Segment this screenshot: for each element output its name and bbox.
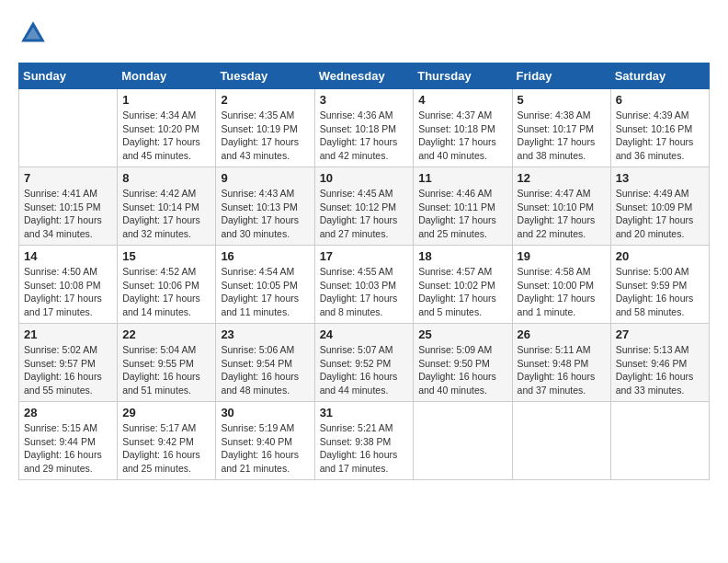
calendar-week-row: 14Sunrise: 4:50 AM Sunset: 10:08 PM Dayl… [19,246,710,324]
calendar-cell: 13Sunrise: 4:49 AM Sunset: 10:09 PM Dayl… [610,167,709,246]
day-number: 28 [24,406,112,419]
day-number: 21 [24,327,112,341]
day-info: Sunrise: 4:55 AM Sunset: 10:03 PM Daylig… [320,265,409,319]
column-header-tuesday: Tuesday [216,63,314,89]
day-info: Sunrise: 4:46 AM Sunset: 10:11 PM Daylig… [418,187,506,241]
calendar-cell [610,402,709,480]
calendar-cell: 6Sunrise: 4:39 AM Sunset: 10:16 PM Dayli… [610,89,709,167]
day-number: 11 [418,171,506,185]
day-info: Sunrise: 5:06 AM Sunset: 9:54 PM Dayligh… [221,343,309,397]
calendar-week-row: 21Sunrise: 5:02 AM Sunset: 9:57 PM Dayli… [19,324,710,402]
day-number: 25 [418,327,506,341]
day-number: 24 [320,327,409,341]
day-number: 3 [320,93,409,107]
calendar-cell: 31Sunrise: 5:21 AM Sunset: 9:38 PM Dayli… [314,402,414,480]
calendar-cell: 29Sunrise: 5:17 AM Sunset: 9:42 PM Dayli… [118,402,216,480]
day-number: 1 [122,93,210,107]
calendar-cell: 26Sunrise: 5:11 AM Sunset: 9:48 PM Dayli… [512,324,610,402]
day-info: Sunrise: 5:21 AM Sunset: 9:38 PM Dayligh… [320,421,409,476]
column-header-sunday: Sunday [19,63,118,89]
calendar-cell: 12Sunrise: 4:47 AM Sunset: 10:10 PM Dayl… [512,167,610,246]
calendar-cell: 19Sunrise: 4:58 AM Sunset: 10:00 PM Dayl… [512,246,610,324]
day-number: 14 [24,249,112,263]
day-info: Sunrise: 4:35 AM Sunset: 10:19 PM Daylig… [221,109,309,163]
calendar-cell: 14Sunrise: 4:50 AM Sunset: 10:08 PM Dayl… [19,246,118,324]
day-info: Sunrise: 4:58 AM Sunset: 10:00 PM Daylig… [518,265,606,319]
day-info: Sunrise: 5:15 AM Sunset: 9:44 PM Dayligh… [24,421,112,476]
day-number: 13 [616,171,704,185]
column-header-wednesday: Wednesday [314,63,414,89]
calendar-cell: 20Sunrise: 5:00 AM Sunset: 9:59 PM Dayli… [610,246,709,324]
day-info: Sunrise: 4:36 AM Sunset: 10:18 PM Daylig… [320,109,409,163]
column-header-monday: Monday [118,63,216,89]
day-info: Sunrise: 5:19 AM Sunset: 9:40 PM Dayligh… [221,421,309,476]
day-number: 2 [221,93,309,107]
calendar-cell [512,402,610,480]
calendar-cell: 10Sunrise: 4:45 AM Sunset: 10:12 PM Dayl… [314,167,414,246]
calendar-cell [414,402,512,480]
day-info: Sunrise: 4:43 AM Sunset: 10:13 PM Daylig… [221,187,309,241]
calendar-week-row: 7Sunrise: 4:41 AM Sunset: 10:15 PM Dayli… [19,167,710,246]
day-number: 4 [418,93,506,107]
day-info: Sunrise: 5:11 AM Sunset: 9:48 PM Dayligh… [518,343,606,397]
day-info: Sunrise: 4:41 AM Sunset: 10:15 PM Daylig… [24,187,112,241]
day-number: 31 [320,406,409,419]
calendar-cell: 22Sunrise: 5:04 AM Sunset: 9:55 PM Dayli… [118,324,216,402]
day-info: Sunrise: 4:49 AM Sunset: 10:09 PM Daylig… [616,187,704,241]
day-info: Sunrise: 4:34 AM Sunset: 10:20 PM Daylig… [122,109,210,163]
day-number: 6 [616,93,704,107]
calendar-header-row: SundayMondayTuesdayWednesdayThursdayFrid… [19,63,710,89]
calendar-cell: 23Sunrise: 5:06 AM Sunset: 9:54 PM Dayli… [216,324,314,402]
calendar-week-row: 28Sunrise: 5:15 AM Sunset: 9:44 PM Dayli… [19,402,710,480]
day-info: Sunrise: 5:13 AM Sunset: 9:46 PM Dayligh… [616,343,704,397]
calendar-cell: 3Sunrise: 4:36 AM Sunset: 10:18 PM Dayli… [314,89,414,167]
calendar-cell: 11Sunrise: 4:46 AM Sunset: 10:11 PM Dayl… [414,167,512,246]
calendar-cell [19,89,118,167]
day-info: Sunrise: 5:00 AM Sunset: 9:59 PM Dayligh… [616,265,704,319]
day-info: Sunrise: 5:02 AM Sunset: 9:57 PM Dayligh… [24,343,112,397]
day-number: 5 [518,93,606,107]
calendar-table: SundayMondayTuesdayWednesdayThursdayFrid… [18,63,710,480]
day-info: Sunrise: 5:17 AM Sunset: 9:42 PM Dayligh… [122,421,210,476]
calendar-cell: 7Sunrise: 4:41 AM Sunset: 10:15 PM Dayli… [19,167,118,246]
column-header-saturday: Saturday [610,63,709,89]
calendar-cell: 24Sunrise: 5:07 AM Sunset: 9:52 PM Dayli… [314,324,414,402]
day-info: Sunrise: 4:42 AM Sunset: 10:14 PM Daylig… [122,187,210,241]
day-number: 17 [320,249,409,263]
calendar-cell: 8Sunrise: 4:42 AM Sunset: 10:14 PM Dayli… [118,167,216,246]
calendar-cell: 28Sunrise: 5:15 AM Sunset: 9:44 PM Dayli… [19,402,118,480]
calendar-cell: 9Sunrise: 4:43 AM Sunset: 10:13 PM Dayli… [216,167,314,246]
day-number: 7 [24,171,112,185]
calendar-cell: 2Sunrise: 4:35 AM Sunset: 10:19 PM Dayli… [216,89,314,167]
day-number: 15 [122,249,210,263]
logo [18,18,53,48]
day-number: 8 [122,171,210,185]
day-number: 20 [616,249,704,263]
logo-icon [18,18,48,48]
calendar-cell: 18Sunrise: 4:57 AM Sunset: 10:02 PM Dayl… [414,246,512,324]
day-number: 19 [518,249,606,263]
day-number: 29 [122,406,210,419]
calendar-cell: 16Sunrise: 4:54 AM Sunset: 10:05 PM Dayl… [216,246,314,324]
calendar-cell: 21Sunrise: 5:02 AM Sunset: 9:57 PM Dayli… [19,324,118,402]
calendar-cell: 1Sunrise: 4:34 AM Sunset: 10:20 PM Dayli… [118,89,216,167]
day-info: Sunrise: 5:09 AM Sunset: 9:50 PM Dayligh… [418,343,506,397]
calendar-cell: 4Sunrise: 4:37 AM Sunset: 10:18 PM Dayli… [414,89,512,167]
day-number: 23 [221,327,309,341]
day-number: 27 [616,327,704,341]
day-number: 26 [518,327,606,341]
day-info: Sunrise: 4:57 AM Sunset: 10:02 PM Daylig… [418,265,506,319]
page-header [18,18,710,48]
day-number: 10 [320,171,409,185]
column-header-friday: Friday [512,63,610,89]
day-info: Sunrise: 4:37 AM Sunset: 10:18 PM Daylig… [418,109,506,163]
calendar-cell: 25Sunrise: 5:09 AM Sunset: 9:50 PM Dayli… [414,324,512,402]
day-info: Sunrise: 5:07 AM Sunset: 9:52 PM Dayligh… [320,343,409,397]
day-info: Sunrise: 4:39 AM Sunset: 10:16 PM Daylig… [616,109,704,163]
day-info: Sunrise: 4:47 AM Sunset: 10:10 PM Daylig… [518,187,606,241]
day-number: 12 [518,171,606,185]
day-info: Sunrise: 4:54 AM Sunset: 10:05 PM Daylig… [221,265,309,319]
calendar-cell: 27Sunrise: 5:13 AM Sunset: 9:46 PM Dayli… [610,324,709,402]
day-info: Sunrise: 4:50 AM Sunset: 10:08 PM Daylig… [24,265,112,319]
calendar-cell: 15Sunrise: 4:52 AM Sunset: 10:06 PM Dayl… [118,246,216,324]
